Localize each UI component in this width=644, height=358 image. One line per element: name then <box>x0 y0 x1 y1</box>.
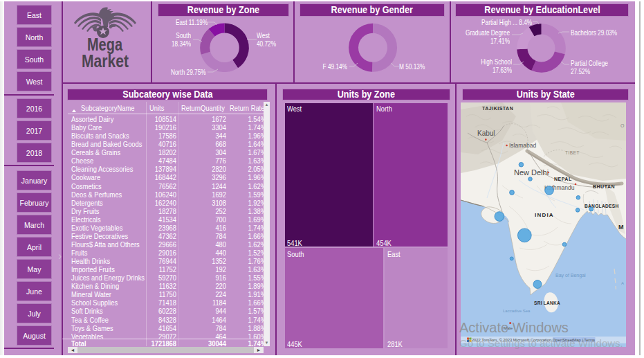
svg-text:O: O <box>620 123 625 128</box>
svg-text:Bay of Bengal: Bay of Bengal <box>555 273 586 278</box>
svg-text:Laccadive Sea: Laccadive Sea <box>503 309 531 313</box>
svg-text:Kabul: Kabul <box>477 129 495 137</box>
svg-text:TIBET: TIBET <box>565 150 580 155</box>
svg-text:SRI LANKA: SRI LANKA <box>534 301 560 305</box>
svg-text:INDIA: INDIA <box>535 212 554 218</box>
svg-text:Islamabad: Islamabad <box>509 142 536 149</box>
svg-text:TAJIKISTAN: TAJIKISTAN <box>482 106 513 111</box>
svg-text:A: A <box>621 281 624 285</box>
svg-text:New Delhi: New Delhi <box>514 168 549 177</box>
svg-text:BHUTAN: BHUTAN <box>593 184 615 189</box>
svg-text:M: M <box>618 224 624 231</box>
svg-text:NEPAL: NEPAL <box>554 177 572 181</box>
